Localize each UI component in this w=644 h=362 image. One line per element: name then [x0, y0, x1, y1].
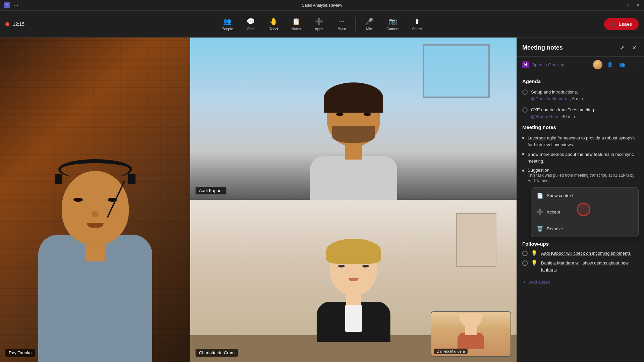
more-button[interactable]: ··· More [331, 15, 353, 33]
agenda-item-1-time: , 5 min [570, 96, 583, 101]
people-icon: 👥 [223, 17, 231, 25]
video-ray-tanaka: Ray Tanaka [0, 38, 190, 362]
note-bullet-2: Show more demos about the new features i… [522, 151, 639, 164]
bulb-icon-1: 💡 [531, 250, 538, 256]
add-task-plus-icon: ＋ [522, 279, 527, 285]
ray-tanaka-name-tag: Ray Tanaka [5, 349, 35, 357]
ray-mouth [87, 223, 104, 228]
titlebar-more-button[interactable]: ··· [13, 2, 18, 9]
charlotte-blouse [345, 305, 362, 332]
notes-button[interactable]: 📋 Notes [285, 15, 307, 34]
followup-text-2: Daniela Mandera will show demos about ne… [541, 260, 639, 273]
ray-headphone-right [128, 174, 136, 184]
charlotte-jacket [317, 302, 390, 342]
followup-circle-2 [522, 260, 528, 266]
aadi-hair [324, 82, 383, 113]
agenda-item-2: CXE updates from Tues meeting @Bruno Zha… [522, 107, 639, 120]
accept-label: Accept [547, 209, 560, 215]
suggestion-container: Suggestion: This task was pulled from me… [522, 168, 639, 237]
charlotte-decrum-name-tag: Charlotte de Crum [196, 349, 238, 357]
titlebar-left: T ··· [4, 2, 18, 9]
note-text-2: Show more demos about the new features i… [528, 151, 639, 164]
followup-circle-1 [522, 251, 528, 256]
agenda-item-2-time: , 40 min [559, 114, 575, 119]
suggestion-text: This task was pulled from meeting transc… [528, 173, 639, 184]
chat-button[interactable]: 💬 Chat [240, 15, 261, 34]
remove-item[interactable]: 🗑️ Remove [531, 222, 638, 235]
notes-panel-header: Meeting notes ⤢ ✕ [517, 38, 644, 57]
charlotte-head [330, 241, 377, 295]
add-task-button[interactable]: ＋ Add a task [522, 276, 639, 288]
show-context-item[interactable]: 📄 Show context [531, 189, 638, 202]
aadi-window [423, 44, 490, 98]
aadi-right-eye [364, 113, 371, 116]
agenda-text-2: CXE updates from Tues meeting @Bruno Zha… [531, 107, 594, 120]
close-button[interactable]: ✕ [636, 3, 640, 7]
mic-button[interactable]: 🎤 Mic [358, 15, 380, 34]
notes-expand-button[interactable]: ⤢ [617, 43, 627, 52]
video-right-column: Aadi Kapoor [190, 38, 517, 362]
agenda-item-1-mention[interactable]: @Daniela Mandera [531, 96, 569, 101]
show-context-icon: 📄 [537, 192, 543, 199]
accept-item[interactable]: ➕ Accept [531, 202, 638, 222]
toolbar-right: 📞 Leave [604, 18, 639, 30]
agenda-item-1: Setup and introductions, @Daniela Mander… [522, 89, 639, 102]
chat-label: Chat [247, 27, 254, 31]
suggestion-label: Suggestion: [528, 168, 639, 173]
aadi-kapoor-name-tag: Aadi Kapoor [196, 187, 226, 194]
agenda-item-2-mention[interactable]: @Bruno Zhao [531, 114, 558, 119]
notes-share-icon[interactable]: 👤 [605, 60, 614, 69]
bullet-dot-1 [522, 137, 524, 139]
ray-headphone-arc [58, 159, 132, 179]
aadi-beard [332, 126, 375, 143]
meeting-timer: 12:15 [13, 21, 24, 27]
camera-button[interactable]: 📷 Camera [381, 15, 405, 34]
daniela-head [459, 311, 483, 327]
open-in-onenote-button[interactable]: N Open in OneNote [522, 61, 566, 68]
share-label: Share [412, 27, 422, 31]
remove-icon: 🗑️ [537, 226, 543, 232]
charlotte-mouth [348, 278, 359, 281]
charlotte-right-eye [362, 265, 369, 267]
notes-header-actions: ⤢ ✕ [617, 43, 639, 52]
react-button[interactable]: 🤚 React [263, 15, 284, 34]
notes-icon: 📋 [292, 17, 301, 25]
agenda-item-1-text: Setup and introductions, [531, 89, 578, 95]
share-button[interactable]: ⬆ Share [406, 15, 428, 34]
people-label: People [222, 27, 233, 31]
notes-content-area[interactable]: Agenda Setup and introductions, @Daniela… [517, 73, 644, 362]
followup-item-1-area: 💡 [531, 250, 538, 256]
add-task-label: Add a task [529, 280, 550, 285]
notes-label: Notes [291, 27, 301, 31]
user-avatar [593, 60, 602, 69]
notes-close-button[interactable]: ✕ [629, 43, 639, 52]
aadi-head [327, 86, 380, 146]
cursor-indicator [577, 203, 590, 216]
leave-button[interactable]: 📞 Leave [604, 18, 639, 30]
followup-section: Follow-ups 💡 Aadi Kapoor will check on i… [522, 241, 639, 288]
notes-add-people-icon[interactable]: 👥 [617, 60, 627, 69]
followup-item-2: 💡 Daniela Mandera will show demos about … [522, 260, 639, 273]
notes-more-icon[interactable]: ··· [629, 60, 639, 69]
note-bullet-1: Leverage agile frameworks to provide a r… [522, 135, 639, 148]
followup-item-1: 💡 Aadi Kapoor will check on incoming shi… [522, 250, 639, 257]
followup-text-1: Aadi Kapoor will check on incoming shipm… [541, 250, 631, 257]
people-button[interactable]: 👥 People [216, 15, 238, 34]
react-icon: 🤚 [269, 17, 278, 25]
more-icon: ··· [339, 17, 345, 25]
minimize-button[interactable]: — [617, 3, 621, 7]
agenda-text-1: Setup and introductions, @Daniela Mander… [531, 89, 583, 102]
avatar-image [593, 60, 602, 69]
video-aadi-kapoor: Aadi Kapoor [190, 38, 517, 200]
maximize-button[interactable]: □ [627, 3, 631, 7]
apps-button[interactable]: ➕ Apps [308, 15, 330, 34]
titlebar: T ··· Sales Analysis Review — □ ✕ [0, 0, 644, 11]
main-content: Ray Tanaka [0, 38, 644, 362]
charlotte-bg-object [456, 213, 496, 267]
window-title: Sales Analysis Review [302, 3, 342, 8]
ray-nose [92, 211, 99, 217]
suggestion-dropdown: 📄 Show context ➕ Accept 🗑️ Remove [531, 187, 639, 237]
recording-indicator [5, 22, 9, 26]
agenda-item-2-text: CXE updates from Tues meeting [531, 107, 594, 112]
onenote-icon: N [522, 61, 529, 68]
